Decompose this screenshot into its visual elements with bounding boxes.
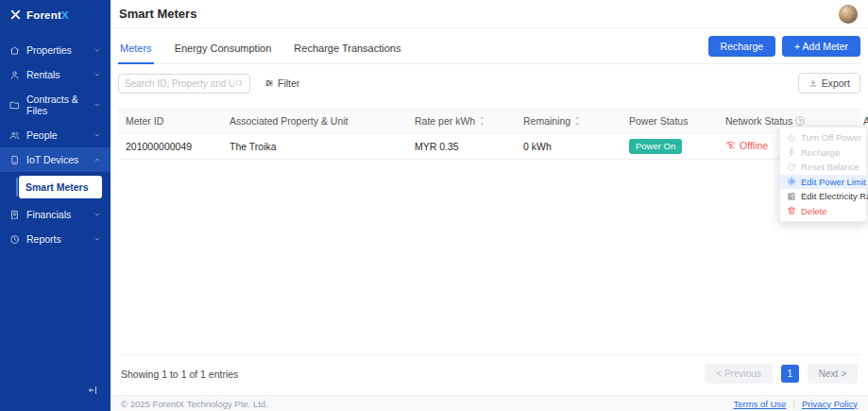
sidebar: ForentX Properties Rentals Contracts & F…	[0, 0, 111, 411]
table-header-row: Meter ID Associated Property & Unit Rate…	[118, 110, 860, 133]
column-header-property-unit: Associated Property & Unit	[222, 110, 407, 133]
wifi-off-icon	[725, 140, 736, 150]
sidebar-item-reports[interactable]: Reports	[0, 227, 111, 251]
sidebar-collapse-button[interactable]	[75, 375, 111, 411]
chevron-down-icon	[94, 129, 101, 141]
search-box	[118, 74, 250, 94]
clock-icon	[9, 234, 20, 245]
chevron-down-icon	[94, 69, 101, 80]
menu-item-recharge: Recharge	[780, 146, 866, 161]
folder-icon	[9, 100, 20, 111]
top-header: Smart Meters	[111, 0, 868, 28]
row-actions-context-menu: Turn Off Power Recharge Reset Balance Ed…	[779, 127, 867, 222]
trash-icon	[787, 206, 796, 215]
user-avatar[interactable]	[839, 5, 858, 24]
device-icon	[9, 155, 20, 165]
cell-meter-id: 201000000049	[118, 133, 222, 160]
sidebar-item-financials[interactable]: Financials	[0, 202, 111, 227]
sort-icon	[478, 115, 486, 127]
sidebar-item-label: Reports	[26, 233, 61, 245]
bolt-icon	[787, 147, 796, 157]
sidebar-item-contracts-files[interactable]: Contracts & Files	[0, 87, 111, 123]
filter-icon	[264, 78, 274, 88]
sidebar-nav: Properties Rentals Contracts & Files Peo…	[0, 28, 111, 251]
next-page-button[interactable]: Next >	[808, 364, 858, 384]
pager: < Previous 1 Next >	[705, 364, 858, 384]
sidebar-item-label: IoT Devices	[26, 154, 78, 165]
tab-bar: Meters Energy Consumption Recharge Trans…	[118, 31, 860, 64]
power-on-badge: Power On	[629, 139, 682, 154]
menu-item-reset-balance: Reset Balance	[780, 160, 866, 175]
recharge-button[interactable]: Recharge	[708, 36, 776, 57]
offline-status: Offline	[725, 140, 768, 151]
footer-link-divider: |	[792, 399, 794, 409]
sidebar-item-iot-devices[interactable]: IoT Devices	[0, 147, 111, 172]
column-header-meter-id: Meter ID	[118, 110, 222, 133]
filter-label: Filter	[278, 77, 299, 89]
privacy-policy-link[interactable]: Privacy Policy	[802, 399, 858, 409]
add-meter-button[interactable]: + Add Meter	[782, 36, 860, 57]
footer-bar: © 2025 ForentX Technology Pte. Ltd. Term…	[111, 395, 868, 411]
header-actions: Recharge + Add Meter	[708, 36, 860, 63]
sidebar-item-label: Properties	[26, 44, 72, 56]
brand-x-icon	[9, 9, 22, 21]
sidebar-item-label: Contracts & Files	[26, 94, 87, 116]
sidebar-item-people[interactable]: People	[0, 123, 111, 147]
copyright-text: © 2025 ForentX Technology Pte. Ltd.	[121, 399, 268, 409]
previous-page-button: < Previous	[705, 364, 773, 384]
gauge-icon	[787, 177, 796, 186]
tab-recharge-transactions[interactable]: Recharge Transactions	[292, 31, 402, 63]
column-header-remaining[interactable]: Remaining	[516, 110, 621, 133]
column-header-rate[interactable]: Rate per kWh	[407, 110, 516, 133]
filter-row: Filter Export	[118, 73, 860, 94]
main-area: Smart Meters Meters Energy Consumption R…	[111, 0, 868, 411]
pagination-bar: Showing 1 to 1 of 1 entries < Previous 1…	[118, 354, 860, 395]
content-panel: Meters Energy Consumption Recharge Trans…	[111, 28, 868, 395]
tab-energy-consumption[interactable]: Energy Consumption	[173, 31, 274, 63]
sidebar-item-rentals[interactable]: Rentals	[0, 62, 111, 87]
cell-rate: MYR 0.35	[407, 133, 516, 160]
chevron-up-icon	[94, 154, 101, 165]
chevron-down-icon	[94, 44, 101, 56]
sidebar-item-label: People	[26, 129, 58, 141]
sidebar-item-label: Financials	[26, 209, 71, 220]
user-icon	[9, 70, 20, 80]
home-icon	[9, 45, 20, 56]
menu-item-edit-power-limit[interactable]: Edit Power Limit	[780, 175, 866, 190]
table-row: 201000000049 The Troika MYR 0.35 0 kWh P…	[118, 133, 860, 160]
sort-icon	[573, 115, 582, 127]
meters-table: Meter ID Associated Property & Unit Rate…	[118, 109, 860, 354]
filter-button[interactable]: Filter	[264, 77, 299, 89]
collapse-sidebar-icon	[87, 385, 98, 396]
info-icon[interactable]: ?	[795, 116, 805, 126]
tab-meters[interactable]: Meters	[118, 31, 154, 64]
receipt-icon	[9, 210, 20, 220]
brand-logo: ForentX	[0, 0, 111, 28]
page-title: Smart Meters	[119, 7, 196, 21]
current-page-button[interactable]: 1	[781, 365, 799, 383]
sidebar-item-properties[interactable]: Properties	[0, 38, 111, 62]
search-input[interactable]	[125, 78, 234, 89]
footer-links: Terms of Use | Privacy Policy	[733, 399, 858, 409]
export-label: Export	[822, 77, 850, 89]
download-icon	[808, 78, 818, 88]
cell-power-status: Power On	[621, 133, 718, 160]
chevron-down-icon	[94, 233, 101, 245]
column-header-power-status: Power Status	[621, 110, 718, 133]
entries-summary: Showing 1 to 1 of 1 entries	[121, 368, 238, 380]
app-window: ForentX Properties Rentals Contracts & F…	[0, 0, 868, 411]
edit-icon	[787, 192, 796, 201]
offline-label: Offline	[740, 140, 768, 151]
cell-property-unit: The Troika	[222, 133, 407, 160]
export-button[interactable]: Export	[798, 73, 860, 94]
refresh-icon	[787, 163, 796, 172]
filter-left: Filter	[118, 74, 299, 94]
terms-of-use-link[interactable]: Terms of Use	[733, 399, 786, 409]
cell-remaining: 0 kWh	[516, 133, 621, 160]
sidebar-item-smart-meters[interactable]: Smart Meters	[19, 176, 102, 198]
menu-item-delete[interactable]: Delete	[780, 204, 866, 219]
sidebar-item-label: Rentals	[26, 69, 60, 80]
menu-item-edit-electricity-rate[interactable]: Edit Electricity Rate	[780, 189, 866, 204]
chevron-down-icon	[94, 99, 101, 111]
search-icon	[234, 78, 244, 88]
